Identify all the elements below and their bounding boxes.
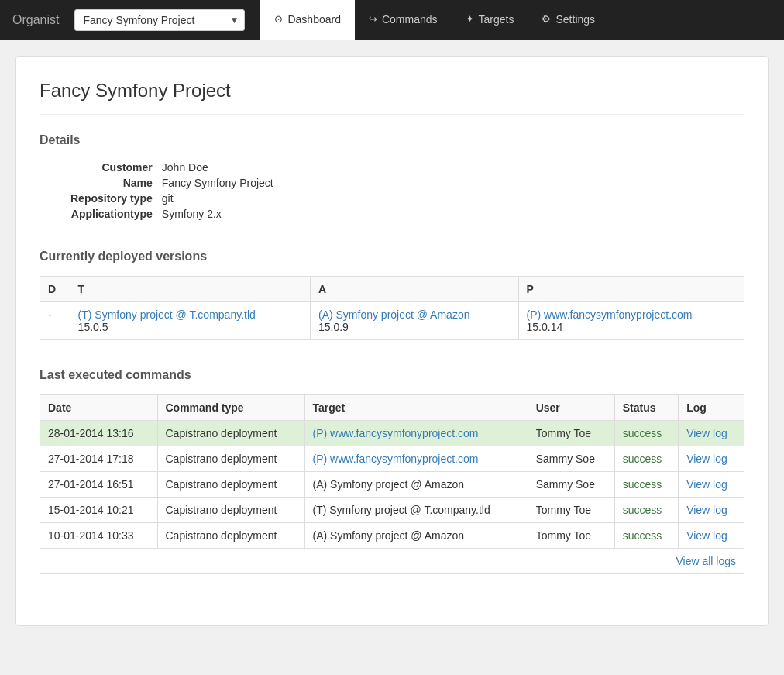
nav-item-dashboard[interactable]: ⊙ Dashboard <box>260 0 355 40</box>
nav-item-targets[interactable]: ✦ Targets <box>452 0 528 40</box>
main-card: Fancy Symfony Project Details Customer J… <box>15 56 769 626</box>
table-row: 27-01-2014 16:51 Capistrano deployment (… <box>40 472 744 498</box>
detail-value-repo-type: git <box>162 191 273 206</box>
gear-icon: ⚙ <box>542 13 551 25</box>
targets-icon: ✦ <box>466 13 474 25</box>
deployed-versions-title: Currently deployed versions <box>40 250 744 263</box>
detail-value-customer: John Doe <box>162 160 273 175</box>
table-row: 27-01-2014 17:18 Capistrano deployment (… <box>40 446 744 472</box>
detail-row-app-type: Applicationtype Symfony 2.x <box>70 206 273 222</box>
col-header-a: A <box>310 277 518 302</box>
deployed-t-version: 15.0.5 <box>78 321 108 333</box>
view-all-logs-link[interactable]: View all logs <box>676 555 736 567</box>
view-log-link[interactable]: View log <box>686 529 727 542</box>
cmd-target-link[interactable]: (P) www.fancysymfonyproject.com <box>313 427 479 439</box>
col-header-target: Target <box>304 395 528 421</box>
detail-value-name: Fancy Symfony Project <box>162 175 273 191</box>
project-select-wrapper[interactable]: Fancy Symfony Project ▼ <box>74 9 245 31</box>
cmd-target: (A) Symfony project @ Amazon <box>304 472 528 498</box>
nav-item-settings[interactable]: ⚙ Settings <box>528 0 609 40</box>
view-log-link[interactable]: View log <box>686 504 727 516</box>
cmd-status: success <box>614 446 678 472</box>
commands-header-row: Date Command type Target User Status Log <box>40 395 744 421</box>
commands-table: Date Command type Target User Status Log… <box>40 394 744 574</box>
cmd-type: Capistrano deployment <box>157 498 304 523</box>
brand: Organist <box>12 13 59 27</box>
detail-value-app-type: Symfony 2.x <box>162 206 273 222</box>
deployed-t-link[interactable]: (T) Symfony project @ T.company.tld <box>78 308 256 321</box>
cmd-user: Sammy Soe <box>528 472 614 498</box>
cmd-type: Capistrano deployment <box>157 523 304 549</box>
cmd-target[interactable]: (P) www.fancysymfonyproject.com <box>304 446 528 472</box>
cmd-date: 27-01-2014 16:51 <box>40 472 158 498</box>
project-select[interactable]: Fancy Symfony Project <box>74 9 245 31</box>
deployed-a-version: 15.0.9 <box>318 321 349 333</box>
nav-item-settings-label: Settings <box>555 13 595 26</box>
detail-label-repo-type: Repository type <box>70 191 162 206</box>
detail-label-app-type: Applicationtype <box>70 206 162 222</box>
detail-label-customer: Customer <box>70 160 162 175</box>
cmd-type: Capistrano deployment <box>157 446 304 472</box>
cmd-target[interactable]: (P) www.fancysymfonyproject.com <box>304 421 528 446</box>
nav-item-commands[interactable]: ↪ Commands <box>355 0 452 40</box>
cmd-target: (T) Symfony project @ T.company.tld <box>304 498 528 523</box>
deployed-t-cell: (T) Symfony project @ T.company.tld 15.0… <box>70 302 310 340</box>
cmd-status: success <box>614 472 678 498</box>
view-all-logs-cell[interactable]: View all logs <box>40 549 744 574</box>
cmd-user: Tommy Toe <box>528 523 614 549</box>
cmd-log[interactable]: View log <box>679 472 744 498</box>
cmd-user: Tommy Toe <box>528 421 614 446</box>
detail-row-name: Name Fancy Symfony Project <box>70 175 273 191</box>
content-wrapper: Fancy Symfony Project Details Customer J… <box>0 40 784 642</box>
view-log-link[interactable]: View log <box>686 453 727 465</box>
cmd-status: success <box>614 523 678 549</box>
cmd-status: success <box>614 498 678 523</box>
deployed-versions-header-row: D T A P <box>40 277 744 302</box>
cmd-date: 10-01-2014 10:33 <box>40 523 158 549</box>
deployed-d-cell: - <box>40 302 70 340</box>
col-header-user: User <box>528 395 614 421</box>
cmd-log[interactable]: View log <box>679 523 744 549</box>
cmd-log[interactable]: View log <box>679 421 744 446</box>
navbar: Organist Fancy Symfony Project ▼ ⊙ Dashb… <box>0 0 784 40</box>
deployed-p-link[interactable]: (P) www.fancysymfonyproject.com <box>527 308 693 321</box>
table-row: - (T) Symfony project @ T.company.tld 15… <box>40 302 744 340</box>
details-grid: Customer John Doe Name Fancy Symfony Pro… <box>70 160 273 222</box>
cmd-user: Tommy Toe <box>528 498 614 523</box>
col-header-status: Status <box>614 395 678 421</box>
deployed-a-cell: (A) Symfony project @ Amazon 15.0.9 <box>310 302 518 340</box>
nav-item-targets-label: Targets <box>479 13 514 26</box>
cmd-target: (A) Symfony project @ Amazon <box>304 523 528 549</box>
commands-section-title: Last executed commands <box>40 368 744 382</box>
cmd-user: Sammy Soe <box>528 446 614 472</box>
nav-items: ⊙ Dashboard ↪ Commands ✦ Targets ⚙ Setti… <box>260 0 609 40</box>
detail-row-customer: Customer John Doe <box>70 160 273 175</box>
cmd-date: 28-01-2014 13:16 <box>40 421 158 446</box>
cmd-log[interactable]: View log <box>679 498 744 523</box>
details-section-title: Details <box>40 133 744 147</box>
col-header-log: Log <box>679 395 744 421</box>
view-log-link[interactable]: View log <box>686 478 727 491</box>
deployed-p-version: 15.0.14 <box>527 321 563 333</box>
view-log-link[interactable]: View log <box>686 427 727 439</box>
commands-section: Last executed commands Date Command type… <box>40 368 744 574</box>
cmd-log[interactable]: View log <box>679 446 744 472</box>
col-header-date: Date <box>40 395 158 421</box>
commands-icon: ↪ <box>369 13 377 25</box>
col-header-command-type: Command type <box>157 395 304 421</box>
table-row: 28-01-2014 13:16 Capistrano deployment (… <box>40 421 744 446</box>
deployed-p-cell: (P) www.fancysymfonyproject.com 15.0.14 <box>518 302 744 340</box>
col-header-p: P <box>518 277 744 302</box>
deployed-versions-section: Currently deployed versions D T A P - (T… <box>40 250 744 340</box>
col-header-d: D <box>40 277 70 302</box>
cmd-type: Capistrano deployment <box>157 472 304 498</box>
detail-row-repo-type: Repository type git <box>70 191 273 206</box>
commands-footer-row: View all logs <box>40 549 744 574</box>
deployed-a-link[interactable]: (A) Symfony project @ Amazon <box>318 308 470 321</box>
page-title: Fancy Symfony Project <box>40 80 744 115</box>
cmd-date: 27-01-2014 17:18 <box>40 446 158 472</box>
cmd-status: success <box>614 421 678 446</box>
nav-item-commands-label: Commands <box>382 13 438 26</box>
cmd-target-link[interactable]: (P) www.fancysymfonyproject.com <box>313 453 479 465</box>
details-section: Details Customer John Doe Name Fancy Sym… <box>40 133 744 222</box>
